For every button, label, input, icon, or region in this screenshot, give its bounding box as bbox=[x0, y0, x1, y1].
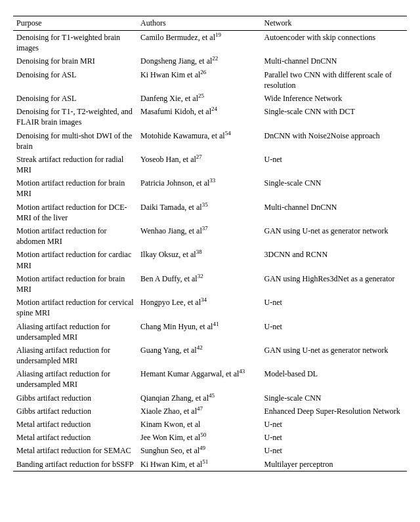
cell-authors: Wenhao Jiang, et al37 bbox=[137, 224, 261, 248]
cell-purpose: Aliasing artifact reduction for undersam… bbox=[13, 344, 137, 367]
cell-network: GAN using U-net as generator network bbox=[261, 344, 408, 367]
table-row: Metal artifact reductionJee Won Kim, et … bbox=[13, 431, 407, 444]
table-row: Motion artifact reduction for DCE-MRI of… bbox=[13, 201, 407, 224]
table-row: Denoising for T1-weighted brain imagesCa… bbox=[13, 31, 407, 55]
cell-network: 3DCNN and RCNN bbox=[261, 248, 408, 271]
cell-network: GAN using U-net as generator network bbox=[261, 224, 408, 248]
cell-authors: Chang Min Hyun, et al41 bbox=[137, 320, 261, 344]
cell-authors: Ilkay Oksuz, et al38 bbox=[137, 248, 261, 271]
cell-network: Parallel two CNN with different scale of… bbox=[261, 68, 408, 92]
table-row: Denoising for ASLDanfeng Xie, et al25Wid… bbox=[13, 92, 407, 105]
cell-network: U-net bbox=[261, 444, 408, 457]
table-row: Denoising for T1-, T2-weighted, and FLAI… bbox=[13, 105, 407, 129]
cell-network: Single-scale CNN with DCT bbox=[261, 105, 408, 129]
header-authors: Authors bbox=[137, 16, 261, 31]
cell-purpose: Motion artifact reduction for abdomen MR… bbox=[13, 224, 137, 248]
cell-authors: Sunghun Seo, et al49 bbox=[137, 444, 261, 457]
cell-authors: Qianqian Zhang, et al45 bbox=[137, 392, 261, 405]
cell-network: Single-scale CNN bbox=[261, 176, 408, 200]
table-row: Motion artifact reduction for brain MRIB… bbox=[13, 272, 407, 296]
cell-authors: Masafumi Kidoh, et al24 bbox=[137, 105, 261, 129]
cell-network: U-net bbox=[261, 153, 408, 176]
table-row: Gibbs artifact reductionQianqian Zhang, … bbox=[13, 392, 407, 405]
cell-purpose: Denoising for ASL bbox=[13, 68, 137, 92]
cell-purpose: Denoising for ASL bbox=[13, 92, 137, 105]
cell-network: Model-based DL bbox=[261, 367, 408, 391]
table-row: Aliasing artifact reduction for undersam… bbox=[13, 320, 407, 344]
cell-purpose: Motion artifact reduction for cardiac MR… bbox=[13, 248, 137, 271]
table-row: Metal artifact reductionKinam Kwon, et a… bbox=[13, 418, 407, 431]
cell-authors: Patricia Johnson, et al33 bbox=[137, 176, 261, 200]
cell-purpose: Denoising for T1-weighted brain images bbox=[13, 31, 137, 55]
table-header-row: Purpose Authors Network bbox=[13, 16, 407, 31]
cell-authors: Ben A Duffy, et al32 bbox=[137, 272, 261, 296]
cell-network: U-net bbox=[261, 296, 408, 319]
cell-purpose: Denoising for T1-, T2-weighted, and FLAI… bbox=[13, 105, 137, 129]
table-row: Motion artifact reduction for cervical s… bbox=[13, 296, 407, 319]
cell-network: Multi-channel DnCNN bbox=[261, 201, 408, 224]
table-row: Denoising for brain MRIDongsheng Jiang, … bbox=[13, 54, 407, 68]
cell-authors: Ki Hwan Kim, et al51 bbox=[137, 458, 261, 472]
cell-authors: Camilo Bermudez, et al19 bbox=[137, 31, 261, 55]
table-row: Gibbs artifact reductionXiaole Zhao, et … bbox=[13, 405, 407, 418]
cell-purpose: Banding artifact reduction for bSSFP bbox=[13, 458, 137, 472]
cell-authors: Kinam Kwon, et al bbox=[137, 418, 261, 431]
cell-purpose: Metal artifact reduction bbox=[13, 431, 137, 444]
cell-authors: Motohide Kawamura, et al54 bbox=[137, 129, 261, 153]
table-row: Motion artifact reduction for abdomen MR… bbox=[13, 224, 407, 248]
cell-authors: Daiki Tamada, et al35 bbox=[137, 201, 261, 224]
cell-purpose: Gibbs artifact reduction bbox=[13, 392, 137, 405]
cell-network: Autoencoder with skip connections bbox=[261, 31, 408, 55]
cell-purpose: Aliasing artifact reduction for undersam… bbox=[13, 320, 137, 344]
cell-authors: Hongpyo Lee, et al34 bbox=[137, 296, 261, 319]
cell-network: Multilayer perceptron bbox=[261, 458, 408, 472]
cell-network: DnCNN with Noise2Noise approach bbox=[261, 129, 408, 153]
cell-network: U-net bbox=[261, 320, 408, 344]
cell-purpose: Denoising for multi-shot DWI of the brai… bbox=[13, 129, 137, 153]
cell-network: Single-scale CNN bbox=[261, 392, 408, 405]
cell-authors: Yoseob Han, et al27 bbox=[137, 153, 261, 176]
cell-authors: Hemant Kumar Aggarwal, et al43 bbox=[137, 367, 261, 391]
cell-network: U-net bbox=[261, 418, 408, 431]
cell-purpose: Streak artifact reduction for radial MRI bbox=[13, 153, 137, 176]
cell-authors: Jee Won Kim, et al50 bbox=[137, 431, 261, 444]
table-row: Motion artifact reduction for brain MRIP… bbox=[13, 176, 407, 200]
main-table: Purpose Authors Network Denoising for T1… bbox=[13, 16, 407, 472]
cell-purpose: Motion artifact reduction for brain MRI bbox=[13, 176, 137, 200]
cell-network: GAN using HighRes3dNet as a generator bbox=[261, 272, 408, 296]
cell-authors: Dongsheng Jiang, et al22 bbox=[137, 54, 261, 68]
cell-network: Wide Inference Network bbox=[261, 92, 408, 105]
cell-purpose: Motion artifact reduction for cervical s… bbox=[13, 296, 137, 319]
cell-authors: Ki Hwan Kim et al26 bbox=[137, 68, 261, 92]
header-network: Network bbox=[261, 16, 408, 31]
table-row: Banding artifact reduction for bSSFPKi H… bbox=[13, 458, 407, 472]
cell-network: Enhanced Deep Super-Resolution Network bbox=[261, 405, 408, 418]
cell-purpose: Motion artifact reduction for DCE-MRI of… bbox=[13, 201, 137, 224]
table-row: Streak artifact reduction for radial MRI… bbox=[13, 153, 407, 176]
table-row: Aliasing artifact reduction for undersam… bbox=[13, 367, 407, 391]
cell-authors: Guang Yang, et al42 bbox=[137, 344, 261, 367]
table-row: Aliasing artifact reduction for undersam… bbox=[13, 344, 407, 367]
cell-purpose: Metal artifact reduction for SEMAC bbox=[13, 444, 137, 457]
cell-network: U-net bbox=[261, 431, 408, 444]
cell-purpose: Motion artifact reduction for brain MRI bbox=[13, 272, 137, 296]
cell-authors: Xiaole Zhao, et al47 bbox=[137, 405, 261, 418]
cell-purpose: Metal artifact reduction bbox=[13, 418, 137, 431]
cell-network: Multi-channel DnCNN bbox=[261, 54, 408, 68]
cell-purpose: Aliasing artifact reduction for undersam… bbox=[13, 367, 137, 391]
header-purpose: Purpose bbox=[13, 16, 137, 31]
cell-purpose: Gibbs artifact reduction bbox=[13, 405, 137, 418]
table-row: Denoising for multi-shot DWI of the brai… bbox=[13, 129, 407, 153]
table-row: Denoising for ASLKi Hwan Kim et al26Para… bbox=[13, 68, 407, 92]
cell-purpose: Denoising for brain MRI bbox=[13, 54, 137, 68]
table-row: Motion artifact reduction for cardiac MR… bbox=[13, 248, 407, 271]
cell-authors: Danfeng Xie, et al25 bbox=[137, 92, 261, 105]
table-row: Metal artifact reduction for SEMACSunghu… bbox=[13, 444, 407, 457]
